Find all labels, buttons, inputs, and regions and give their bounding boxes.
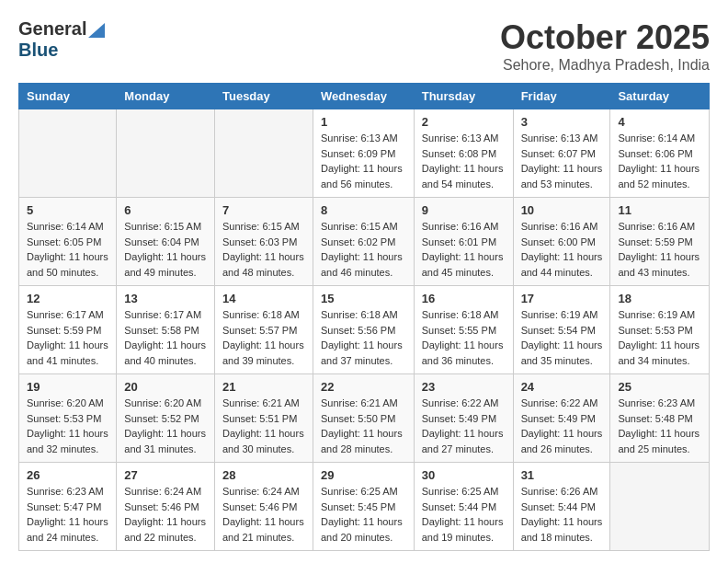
sunrise-info: Sunrise: 6:25 AM bbox=[321, 486, 398, 497]
day-info-continuation: and 44 minutes. bbox=[521, 267, 593, 278]
calendar-cell bbox=[214, 109, 313, 198]
sunrise-info: Sunrise: 6:22 AM bbox=[521, 397, 598, 408]
day-info-continuation: and 20 minutes. bbox=[321, 532, 392, 543]
day-number: 1 bbox=[321, 115, 406, 129]
calendar-cell: 30Sunrise: 6:25 AMSunset: 5:44 PMDayligh… bbox=[414, 463, 513, 551]
day-info: Sunrise: 6:15 AMSunset: 6:02 PMDaylight:… bbox=[321, 219, 406, 280]
day-number: 28 bbox=[222, 468, 305, 482]
day-number: 9 bbox=[422, 203, 506, 217]
daylight-hours: Daylight: 11 hours bbox=[422, 163, 504, 174]
calendar-table: SundayMondayTuesdayWednesdayThursdayFrid… bbox=[18, 83, 710, 551]
day-info: Sunrise: 6:24 AMSunset: 5:46 PMDaylight:… bbox=[222, 484, 305, 545]
calendar-cell bbox=[19, 109, 117, 198]
daylight-hours: Daylight: 11 hours bbox=[222, 251, 304, 262]
calendar-cell: 20Sunrise: 6:20 AMSunset: 5:52 PMDayligh… bbox=[117, 374, 215, 463]
sunset-info: Sunset: 5:52 PM bbox=[124, 413, 199, 424]
sunrise-info: Sunrise: 6:17 AM bbox=[124, 309, 201, 320]
sunrise-info: Sunrise: 6:14 AM bbox=[618, 132, 695, 144]
calendar-week-row: 19Sunrise: 6:20 AMSunset: 5:53 PMDayligh… bbox=[19, 374, 710, 463]
calendar-cell: 7Sunrise: 6:15 AMSunset: 6:03 PMDaylight… bbox=[214, 198, 313, 286]
day-info-continuation: and 25 minutes. bbox=[618, 443, 689, 454]
sunrise-info: Sunrise: 6:20 AM bbox=[124, 397, 201, 408]
sunset-info: Sunset: 5:46 PM bbox=[124, 501, 199, 512]
day-info-continuation: and 27 minutes. bbox=[422, 443, 494, 454]
sunset-info: Sunset: 5:59 PM bbox=[618, 236, 692, 247]
calendar-cell: 27Sunrise: 6:24 AMSunset: 5:46 PMDayligh… bbox=[117, 463, 215, 551]
daylight-hours: Daylight: 11 hours bbox=[422, 428, 504, 439]
sunset-info: Sunset: 5:44 PM bbox=[422, 501, 496, 512]
sunset-info: Sunset: 5:53 PM bbox=[618, 325, 692, 336]
day-info-continuation: and 46 minutes. bbox=[321, 267, 392, 278]
day-info: Sunrise: 6:24 AMSunset: 5:46 PMDaylight:… bbox=[124, 484, 207, 545]
sunrise-info: Sunrise: 6:25 AM bbox=[422, 486, 499, 497]
day-info: Sunrise: 6:25 AMSunset: 5:44 PMDaylight:… bbox=[422, 484, 506, 545]
day-info: Sunrise: 6:23 AMSunset: 5:48 PMDaylight:… bbox=[618, 396, 701, 456]
sunrise-info: Sunrise: 6:22 AM bbox=[422, 397, 499, 408]
day-info: Sunrise: 6:22 AMSunset: 5:49 PMDaylight:… bbox=[521, 396, 603, 456]
day-info-continuation: and 37 minutes. bbox=[321, 355, 392, 366]
daylight-hours: Daylight: 11 hours bbox=[124, 428, 206, 439]
sunset-info: Sunset: 5:57 PM bbox=[222, 325, 297, 336]
calendar-cell: 22Sunrise: 6:21 AMSunset: 5:50 PMDayligh… bbox=[313, 374, 414, 463]
day-info-continuation: and 24 minutes. bbox=[27, 532, 98, 543]
day-number: 16 bbox=[422, 292, 506, 305]
calendar-cell: 25Sunrise: 6:23 AMSunset: 5:48 PMDayligh… bbox=[610, 374, 710, 463]
day-info: Sunrise: 6:17 AMSunset: 5:58 PMDaylight:… bbox=[124, 307, 207, 368]
sunrise-info: Sunrise: 6:19 AM bbox=[618, 309, 695, 320]
sunset-info: Sunset: 6:00 PM bbox=[521, 236, 596, 247]
day-number: 26 bbox=[27, 468, 108, 482]
month-title: October 2025 bbox=[500, 18, 710, 57]
sunrise-info: Sunrise: 6:18 AM bbox=[422, 309, 499, 320]
day-number: 24 bbox=[521, 380, 603, 394]
day-number: 18 bbox=[618, 292, 701, 305]
daylight-hours: Daylight: 11 hours bbox=[222, 428, 304, 439]
day-info: Sunrise: 6:25 AMSunset: 5:45 PMDaylight:… bbox=[321, 484, 406, 545]
svg-marker-0 bbox=[88, 23, 105, 38]
sunrise-info: Sunrise: 6:15 AM bbox=[222, 221, 300, 232]
sunrise-info: Sunrise: 6:13 AM bbox=[422, 132, 499, 144]
calendar-cell: 5Sunrise: 6:14 AMSunset: 6:05 PMDaylight… bbox=[19, 198, 117, 286]
day-info: Sunrise: 6:26 AMSunset: 5:44 PMDaylight:… bbox=[521, 484, 603, 545]
calendar-cell: 28Sunrise: 6:24 AMSunset: 5:46 PMDayligh… bbox=[214, 463, 313, 551]
sunset-info: Sunset: 6:09 PM bbox=[321, 148, 395, 159]
daylight-hours: Daylight: 11 hours bbox=[422, 251, 504, 262]
calendar-cell: 3Sunrise: 6:13 AMSunset: 6:07 PMDaylight… bbox=[513, 109, 610, 198]
day-info: Sunrise: 6:19 AMSunset: 5:54 PMDaylight:… bbox=[521, 307, 603, 368]
day-number: 20 bbox=[124, 380, 207, 394]
day-info: Sunrise: 6:21 AMSunset: 5:51 PMDaylight:… bbox=[222, 396, 305, 456]
sunrise-info: Sunrise: 6:13 AM bbox=[321, 132, 398, 144]
day-info-continuation: and 30 minutes. bbox=[222, 443, 294, 454]
day-info: Sunrise: 6:16 AMSunset: 6:01 PMDaylight:… bbox=[422, 219, 506, 280]
daylight-hours: Daylight: 11 hours bbox=[124, 516, 206, 527]
day-number: 5 bbox=[27, 203, 108, 217]
weekday-header-wednesday: Wednesday bbox=[313, 84, 414, 109]
day-info-continuation: and 45 minutes. bbox=[422, 267, 494, 278]
day-number: 7 bbox=[222, 203, 305, 217]
sunrise-info: Sunrise: 6:16 AM bbox=[618, 221, 695, 232]
sunset-info: Sunset: 5:58 PM bbox=[124, 325, 199, 336]
sunset-info: Sunset: 5:55 PM bbox=[422, 325, 496, 336]
day-info-continuation: and 41 minutes. bbox=[27, 355, 98, 366]
sunrise-info: Sunrise: 6:18 AM bbox=[321, 309, 398, 320]
day-info: Sunrise: 6:17 AMSunset: 5:59 PMDaylight:… bbox=[27, 307, 108, 368]
day-number: 27 bbox=[124, 468, 207, 482]
day-info: Sunrise: 6:13 AMSunset: 6:09 PMDaylight:… bbox=[321, 131, 406, 191]
sunset-info: Sunset: 5:46 PM bbox=[222, 501, 297, 512]
location-title: Sehore, Madhya Pradesh, India bbox=[500, 57, 710, 74]
daylight-hours: Daylight: 11 hours bbox=[618, 163, 700, 174]
day-number: 2 bbox=[422, 115, 506, 129]
calendar-cell: 17Sunrise: 6:19 AMSunset: 5:54 PMDayligh… bbox=[513, 286, 610, 374]
day-info-continuation: and 56 minutes. bbox=[321, 178, 392, 190]
day-info: Sunrise: 6:20 AMSunset: 5:52 PMDaylight:… bbox=[124, 396, 207, 456]
sunrise-info: Sunrise: 6:18 AM bbox=[222, 309, 300, 320]
calendar-cell: 11Sunrise: 6:16 AMSunset: 5:59 PMDayligh… bbox=[610, 198, 710, 286]
sunrise-info: Sunrise: 6:21 AM bbox=[321, 397, 398, 408]
daylight-hours: Daylight: 11 hours bbox=[321, 516, 403, 527]
daylight-hours: Daylight: 11 hours bbox=[27, 516, 108, 527]
daylight-hours: Daylight: 11 hours bbox=[321, 339, 403, 350]
calendar-week-row: 1Sunrise: 6:13 AMSunset: 6:09 PMDaylight… bbox=[19, 109, 710, 198]
sunset-info: Sunset: 5:49 PM bbox=[521, 413, 596, 424]
day-info-continuation: and 52 minutes. bbox=[618, 178, 689, 190]
day-info-continuation: and 35 minutes. bbox=[521, 355, 593, 366]
sunrise-info: Sunrise: 6:15 AM bbox=[124, 221, 201, 232]
